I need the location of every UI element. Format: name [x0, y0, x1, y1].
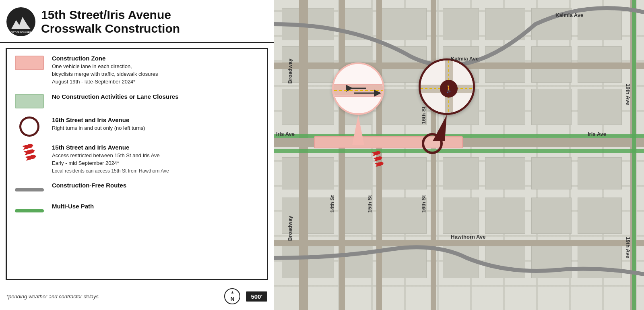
map-16th-circle — [422, 133, 443, 154]
block — [378, 242, 427, 278]
broadway-bottom-label: Broadway — [287, 216, 293, 241]
no-construction-label: No Construction Activities or Lane Closu… — [52, 93, 260, 100]
no-construction-symbol — [13, 93, 45, 109]
19th-top-label: 19th Ave — [625, 84, 631, 105]
green-line — [15, 209, 44, 212]
kalmia-mid-label: Kalmia Ave — [451, 56, 479, 62]
cf-label: Construction-Free Routes — [52, 182, 260, 189]
multiuse-path-iris-bottom — [274, 149, 644, 153]
svg-text:CITY OF BOULDER: CITY OF BOULDER — [11, 31, 31, 33]
15th-label: 15th St — [367, 195, 373, 212]
block — [282, 242, 334, 278]
block — [378, 157, 427, 189]
block — [531, 198, 572, 234]
19th-bottom-label: 19th Ave — [625, 237, 631, 258]
callout-15th — [332, 62, 384, 115]
block — [443, 8, 479, 40]
callout-16th: 🚶 — [419, 58, 475, 115]
hawthorn-label: Hawthorn Ave — [451, 234, 485, 240]
scale-bar: 500' — [246, 291, 267, 302]
no-construction-text: No Construction Activities or Lane Closu… — [52, 93, 260, 101]
legend-item-multiuse: Multi-Use Path — [13, 203, 260, 219]
chevron-3 — [25, 154, 37, 161]
chevron-2 — [23, 148, 35, 155]
no-construction-box — [15, 94, 44, 108]
15th-sub-note: Local residents can access 15th St from … — [52, 168, 169, 174]
block — [578, 242, 622, 278]
construction-zone-box — [15, 56, 44, 70]
block — [578, 157, 622, 189]
cf-symbol — [13, 182, 45, 198]
block — [485, 8, 525, 40]
iris-right-label: Iris Ave — [588, 131, 606, 137]
gray-line — [15, 188, 44, 191]
hawthorn-road — [274, 240, 644, 246]
footer-note: *pending weather and contractor delays — [6, 293, 99, 300]
svg-text:🚶: 🚶 — [444, 84, 454, 93]
footer: *pending weather and contractor delays N… — [0, 285, 274, 310]
15th-desc: Access restricted between 15th St and Ir… — [52, 152, 160, 166]
construction-zone-label: Construction Zone — [52, 55, 260, 62]
block — [578, 8, 622, 40]
construction-zone-symbol — [13, 55, 45, 71]
16th-label: 16th Street and Iris Avenue — [52, 117, 260, 123]
city-logo: CITY OF BOULDER — [6, 7, 35, 36]
construction-zone-text: Construction Zone One vehicle lane in ea… — [52, 55, 260, 86]
multiuse-symbol — [13, 203, 45, 219]
map-panel: 🚶 Kalmia Ave Kalmia Ave Iris Ave Iris Av… — [274, 0, 644, 310]
main-title: 15th Street/Iris Avenue Crosswalk Constr… — [41, 8, 180, 36]
legend-item-no-construction: No Construction Activities or Lane Closu… — [13, 93, 260, 109]
legend-item-16th: 16th Street and Iris Avenue Right turns … — [13, 117, 260, 137]
compass-scale: N 500' — [224, 288, 267, 304]
14th-label: 14th St — [329, 195, 335, 212]
block — [531, 242, 572, 278]
block — [340, 157, 372, 189]
legend-item-15th: 15th Street and Iris Avenue Access restr… — [13, 144, 260, 175]
16th-top-label: 16th St — [421, 106, 427, 124]
block — [340, 8, 372, 40]
block — [282, 8, 334, 40]
15th-chevrons — [22, 143, 37, 161]
block — [485, 198, 525, 234]
map-chevron-2 — [373, 156, 383, 161]
chevron-1 — [22, 143, 34, 150]
title-block: 15th Street/Iris Avenue Crosswalk Constr… — [41, 8, 180, 36]
multiuse-text: Multi-Use Path — [52, 203, 260, 210]
multiuse-label: Multi-Use Path — [52, 203, 260, 210]
14th-road — [339, 0, 345, 310]
iris-left-label: Iris Ave — [276, 131, 295, 137]
19th-path — [632, 0, 636, 310]
kalmia-top-label: Kalmia Ave — [555, 12, 583, 18]
broadway-road — [299, 0, 308, 310]
broadway-top-label: Broadway — [287, 58, 293, 83]
block — [485, 242, 525, 278]
block — [485, 157, 525, 189]
block — [282, 157, 334, 189]
header: CITY OF BOULDER 15th Street/Iris Avenue … — [0, 0, 274, 43]
block — [378, 8, 427, 40]
block — [378, 198, 427, 234]
15th-label: 15th Street and Iris Avenue — [52, 144, 260, 151]
block — [282, 89, 334, 125]
compass-label: N — [231, 296, 234, 302]
legend-item-construction-zone: Construction Zone One vehicle lane in ea… — [13, 55, 260, 86]
block — [340, 242, 372, 278]
block — [578, 198, 622, 234]
left-panel: CITY OF BOULDER 15th Street/Iris Avenue … — [0, 0, 274, 310]
16th-circle — [19, 117, 39, 137]
15th-text: 15th Street and Iris Avenue Access restr… — [52, 144, 260, 175]
compass: N — [224, 288, 240, 304]
16th-bottom-label: 16th St — [421, 195, 427, 212]
15th-symbol — [13, 144, 45, 160]
16th-road — [431, 0, 436, 310]
cf-text: Construction-Free Routes — [52, 182, 260, 189]
block — [443, 157, 479, 189]
legend-box: Construction Zone One vehicle lane in ea… — [6, 48, 268, 280]
block — [485, 89, 525, 125]
16th-desc: Right turns in and out only (no left tur… — [52, 125, 145, 131]
block — [578, 89, 622, 125]
legend-item-cf-routes: Construction-Free Routes — [13, 182, 260, 198]
block — [443, 242, 479, 278]
construction-zone-desc: One vehicle lane in each direction,bicyc… — [52, 63, 158, 85]
16th-symbol — [13, 117, 45, 137]
